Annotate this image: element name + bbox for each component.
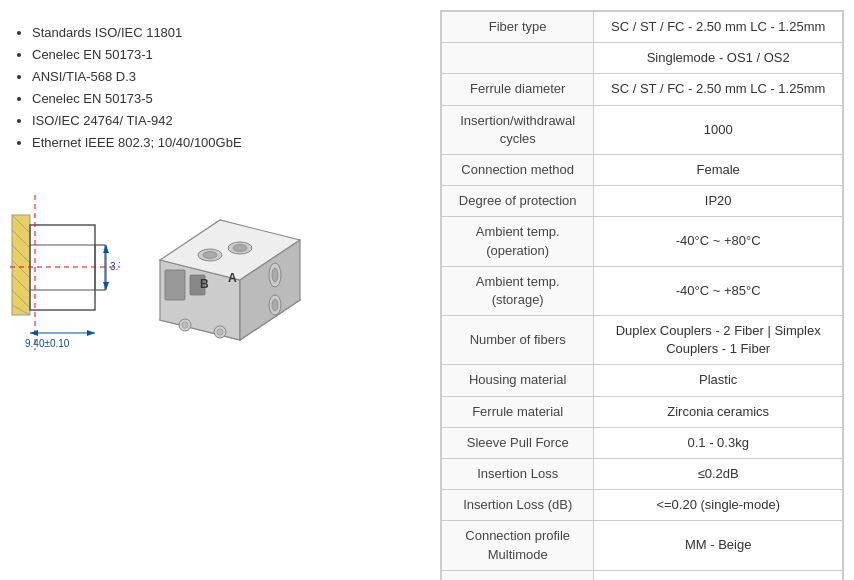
row-label bbox=[442, 43, 594, 74]
row-value: 0.1 - 0.3kg bbox=[594, 427, 843, 458]
standard-item: ANSI/TIA-568 D.3 bbox=[32, 66, 430, 88]
iso-diagram: B A bbox=[130, 180, 320, 370]
row-label: Sleeve Pull Force bbox=[442, 427, 594, 458]
left-panel: Standards ISO/IEC 11801Cenelec EN 50173-… bbox=[10, 10, 440, 580]
row-label: Housing material bbox=[442, 365, 594, 396]
table-row: Housing materialPlastic bbox=[442, 365, 843, 396]
table-row: Insertion/withdrawal cycles1000 bbox=[442, 105, 843, 154]
right-panel: Fiber typeSC / ST / FC - 2.50 mm LC - 1.… bbox=[440, 10, 844, 580]
row-label: Connection profile Singlemode bbox=[442, 570, 594, 580]
row-value: MM - Beige bbox=[594, 521, 843, 570]
row-label: Insertion/withdrawal cycles bbox=[442, 105, 594, 154]
table-row: Sleeve Pull Force0.1 - 0.3kg bbox=[442, 427, 843, 458]
table-row: Singlemode - OS1 / OS2 bbox=[442, 43, 843, 74]
row-value: Plastic bbox=[594, 365, 843, 396]
table-row: Ferrule materialZirconia ceramics bbox=[442, 396, 843, 427]
row-label: Ferrule diameter bbox=[442, 74, 594, 105]
svg-point-31 bbox=[233, 244, 247, 251]
row-label: Connection method bbox=[442, 154, 594, 185]
standard-item: ISO/IEC 24764/ TIA-942 bbox=[32, 110, 430, 132]
svg-text:9.40±0.10: 9.40±0.10 bbox=[25, 338, 70, 349]
row-label: Insertion Loss (dB) bbox=[442, 490, 594, 521]
table-row: Ambient temp. (operation)-40°C ~ +80°C bbox=[442, 217, 843, 266]
diagram-area: 3.70±0.10 9.40±0.10 bbox=[10, 175, 430, 375]
row-value: SC / ST / FC - 2.50 mm LC - 1.25mm bbox=[594, 74, 843, 105]
table-row: Ferrule diameterSC / ST / FC - 2.50 mm L… bbox=[442, 74, 843, 105]
row-label: Number of fibers bbox=[442, 316, 594, 365]
row-label: Fiber type bbox=[442, 12, 594, 43]
table-row: Connection profile SinglemodeSM - UPC Bl… bbox=[442, 570, 843, 580]
table-row: Fiber typeSC / ST / FC - 2.50 mm LC - 1.… bbox=[442, 12, 843, 43]
svg-marker-19 bbox=[30, 330, 38, 336]
row-value: 1000 bbox=[594, 105, 843, 154]
svg-marker-15 bbox=[103, 245, 109, 253]
row-label: Connection profile Multimode bbox=[442, 521, 594, 570]
svg-text:B: B bbox=[200, 277, 209, 291]
svg-text:3.70±0.10: 3.70±0.10 bbox=[110, 261, 120, 272]
svg-point-37 bbox=[272, 299, 278, 311]
table-row: Insertion Loss (dB)<=0.20 (single-mode) bbox=[442, 490, 843, 521]
standards-list: Standards ISO/IEC 11801Cenelec EN 50173-… bbox=[10, 22, 430, 155]
table-row: Degree of protectionIP20 bbox=[442, 186, 843, 217]
specs-table: Fiber typeSC / ST / FC - 2.50 mm LC - 1.… bbox=[441, 11, 843, 580]
row-value: ≤0.2dB bbox=[594, 459, 843, 490]
row-value: Singlemode - OS1 / OS2 bbox=[594, 43, 843, 74]
svg-marker-16 bbox=[103, 282, 109, 290]
table-row: Connection profile MultimodeMM - Beige bbox=[442, 521, 843, 570]
svg-point-41 bbox=[217, 329, 223, 335]
row-value: <=0.20 (single-mode) bbox=[594, 490, 843, 521]
svg-marker-20 bbox=[87, 330, 95, 336]
row-value: Zirconia ceramics bbox=[594, 396, 843, 427]
standard-item: Cenelec EN 50173-5 bbox=[32, 88, 430, 110]
svg-point-39 bbox=[182, 322, 188, 328]
row-value: -40°C ~ +80°C bbox=[594, 217, 843, 266]
svg-text:A: A bbox=[228, 271, 237, 285]
svg-point-35 bbox=[272, 268, 278, 282]
row-label: Insertion Loss bbox=[442, 459, 594, 490]
table-row: Insertion Loss≤0.2dB bbox=[442, 459, 843, 490]
standard-item: Ethernet IEEE 802.3; 10/40/100GbE bbox=[32, 132, 430, 154]
row-value: SM - UPC Blue | SM - APC - Green bbox=[594, 570, 843, 580]
table-row: Connection methodFemale bbox=[442, 154, 843, 185]
row-value: Female bbox=[594, 154, 843, 185]
row-label: Ferrule material bbox=[442, 396, 594, 427]
standard-item: Cenelec EN 50173-1 bbox=[32, 44, 430, 66]
table-row: Number of fibersDuplex Couplers - 2 Fibe… bbox=[442, 316, 843, 365]
row-label: Ambient temp. (operation) bbox=[442, 217, 594, 266]
table-row: Ambient temp. (storage)-40°C ~ +85°C bbox=[442, 266, 843, 315]
row-value: Duplex Couplers - 2 Fiber | Simplex Coup… bbox=[594, 316, 843, 365]
row-value: SC / ST / FC - 2.50 mm LC - 1.25mm bbox=[594, 12, 843, 43]
row-label: Degree of protection bbox=[442, 186, 594, 217]
svg-rect-26 bbox=[165, 270, 185, 300]
standard-item: Standards ISO/IEC 11801 bbox=[32, 22, 430, 44]
svg-point-29 bbox=[203, 251, 217, 258]
side-diagram: 3.70±0.10 9.40±0.10 bbox=[10, 175, 120, 375]
row-value: -40°C ~ +85°C bbox=[594, 266, 843, 315]
row-value: IP20 bbox=[594, 186, 843, 217]
row-label: Ambient temp. (storage) bbox=[442, 266, 594, 315]
